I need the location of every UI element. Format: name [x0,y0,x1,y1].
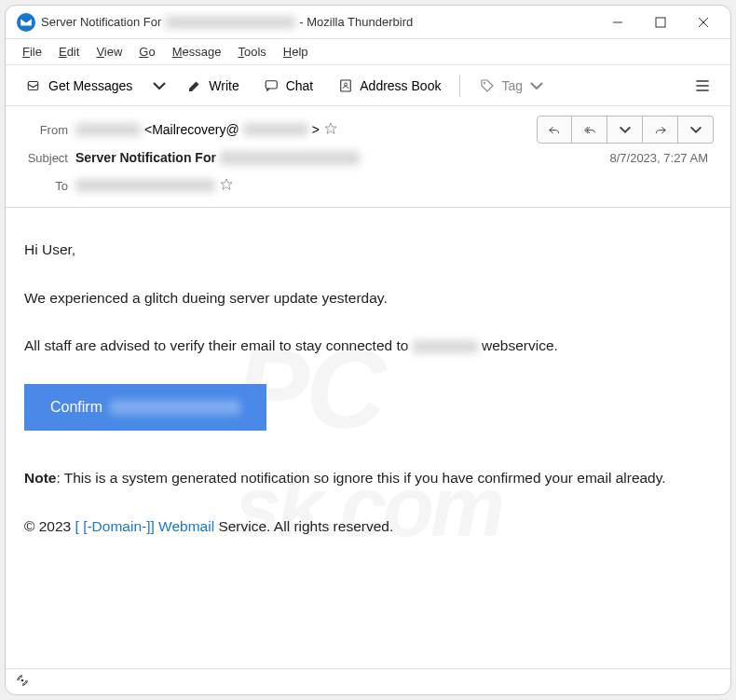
reply-dropdown[interactable] [607,116,643,144]
copyright: © 2023 [ [-Domain-]] Webmail Service. Al… [24,516,712,537]
minimize-button[interactable] [596,8,639,36]
body-line-1: We experienced a glitch dueing server up… [24,288,712,309]
titlebar: Server Notification For - Mozilla Thunde… [6,6,730,39]
message-headers: From <Mailrecovery@> Subject Server Noti… [6,106,730,208]
menu-help[interactable]: Help [276,41,316,62]
subject-value: Server Notification For [75,150,609,165]
book-icon [337,77,354,94]
statusbar [6,668,730,694]
get-messages-dropdown[interactable] [147,72,171,100]
reply-button[interactable] [537,116,572,144]
hamburger-icon [693,76,712,95]
chat-button[interactable]: Chat [254,72,323,100]
svg-point-8 [484,81,485,83]
write-button[interactable]: Write [177,72,248,100]
menubar: File Edit View Go Message Tools Help [6,39,730,65]
inbox-icon [26,77,43,94]
maximize-button[interactable] [639,8,682,36]
tag-icon [479,77,496,94]
window-title: Server Notification For - Mozilla Thunde… [41,15,596,29]
date-stamp: 8/7/2023, 7:27 AM [609,151,714,165]
thunderbird-icon [17,13,35,32]
domain-link[interactable]: [ [-Domain-]] Webmail [75,518,215,534]
app-menu-button[interactable] [686,69,719,103]
svg-point-7 [345,83,348,86]
more-dropdown[interactable] [678,116,714,144]
get-messages-button[interactable]: Get Messages [17,72,142,100]
star-icon[interactable] [323,121,338,139]
menu-edit[interactable]: Edit [51,41,87,62]
chevron-down-icon [151,77,168,94]
forward-button[interactable] [643,116,678,144]
note-line: Note: This is a system generated notific… [24,468,712,488]
body-line-2: All staff are advised to verify their em… [24,336,712,356]
reply-all-button[interactable] [572,116,607,144]
toolbar: Get Messages Write Chat Address Book Tag [6,65,730,106]
greeting: Hi User, [24,240,712,260]
tag-button[interactable]: Tag [470,72,554,100]
menu-go[interactable]: Go [131,41,162,62]
to-value [75,177,714,195]
activity-icon[interactable] [15,673,30,692]
menu-tools[interactable]: Tools [230,41,273,62]
svg-point-12 [21,679,24,681]
address-book-button[interactable]: Address Book [328,72,450,100]
subject-label: Subject [6,151,75,165]
pencil-icon [186,77,203,94]
chevron-down-icon [528,77,545,94]
menu-message[interactable]: Message [165,41,229,62]
menu-file[interactable]: File [15,41,49,62]
confirm-button[interactable]: Confirm [24,384,266,431]
svg-rect-1 [656,18,665,27]
svg-rect-5 [266,80,277,88]
menu-view[interactable]: View [89,41,129,62]
app-window: Server Notification For - Mozilla Thunde… [5,5,731,695]
to-label: To [6,179,75,193]
close-button[interactable] [682,8,725,36]
toolbar-separator [459,75,460,97]
message-body: PC sk.com Hi User, We experienced a glit… [6,208,730,668]
message-actions [537,116,714,144]
star-icon[interactable] [219,177,234,195]
chat-icon [264,77,280,94]
from-label: From [6,123,75,137]
from-value: <Mailrecovery@> [75,121,537,139]
